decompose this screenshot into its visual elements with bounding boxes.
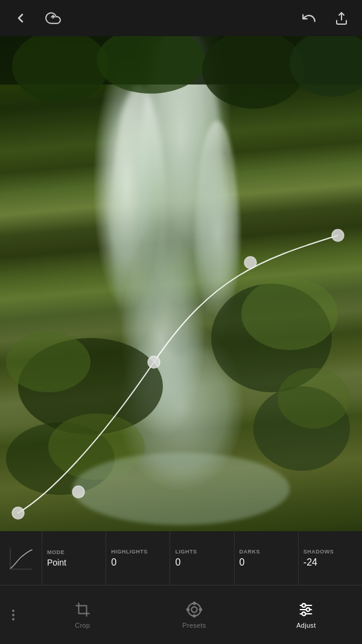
svg-point-14 [12,36,109,103]
back-button[interactable] [10,7,31,29]
tone-highlights-value: 0 [111,557,116,568]
svg-point-16 [202,36,305,109]
svg-point-8 [6,332,91,392]
tone-shadows-label: SHADOWS [303,549,334,555]
tab-presets[interactable]: Presets [138,585,250,644]
adjust-icon [297,601,314,618]
presets-icon [186,601,203,618]
photo-texture [0,36,362,531]
tab-crop-label: Crop [75,622,90,629]
tab-crop[interactable]: Crop [27,585,138,644]
svg-point-30 [302,604,306,607]
top-bar-left [10,7,64,29]
more-dot-2 [12,614,14,616]
tone-darks-value: 0 [240,557,245,568]
tone-mode-item[interactable]: MODE Point [42,531,106,585]
more-dot-1 [12,610,14,612]
svg-point-24 [193,614,195,617]
tone-lights-value: 0 [175,557,180,568]
crop-icon [74,601,91,618]
cloud-upload-button[interactable] [42,7,64,29]
tone-mode-label: MODE [47,549,65,555]
svg-point-22 [188,603,200,616]
top-bar [0,0,362,36]
undo-button[interactable] [298,7,320,29]
top-bar-right [298,7,352,29]
tone-darks-label: DARKS [240,549,261,555]
tab-adjust-label: Adjust [296,622,316,629]
more-button[interactable] [0,585,27,644]
tone-highlights-item[interactable]: HIGHLIGHTS 0 [106,531,170,585]
tab-adjust[interactable]: Adjust [250,585,362,644]
svg-point-17 [290,36,362,97]
tone-highlights-label: HIGHLIGHTS [111,549,148,555]
tone-mode-value: Point [47,558,66,567]
nav-tabs: Crop Presets [0,585,362,644]
tab-presets-label: Presets [182,622,206,629]
svg-point-10 [278,368,350,429]
svg-point-31 [306,608,310,611]
photo-container[interactable] [0,36,362,531]
bottom-panel: MODE Point HIGHLIGHTS 0 LIGHTS 0 DARKS 0… [0,531,362,644]
tone-lights-item[interactable]: LIGHTS 0 [170,531,234,585]
svg-point-9 [241,278,338,350]
tone-curve-preview[interactable] [0,531,42,585]
svg-point-12 [72,453,290,525]
tone-shadows-value: -24 [303,557,317,568]
tone-shadows-item[interactable]: SHADOWS -24 [299,531,362,585]
svg-point-21 [191,607,197,612]
svg-point-32 [302,612,306,616]
svg-point-23 [193,602,195,604]
share-button[interactable] [331,7,352,29]
svg-point-2 [112,84,166,350]
more-dot-3 [12,618,14,620]
tone-darks-item[interactable]: DARKS 0 [235,531,299,585]
tone-lights-label: LIGHTS [175,549,197,555]
svg-point-26 [200,608,202,611]
tone-controls: MODE Point HIGHLIGHTS 0 LIGHTS 0 DARKS 0… [0,531,362,585]
svg-point-25 [187,608,189,611]
